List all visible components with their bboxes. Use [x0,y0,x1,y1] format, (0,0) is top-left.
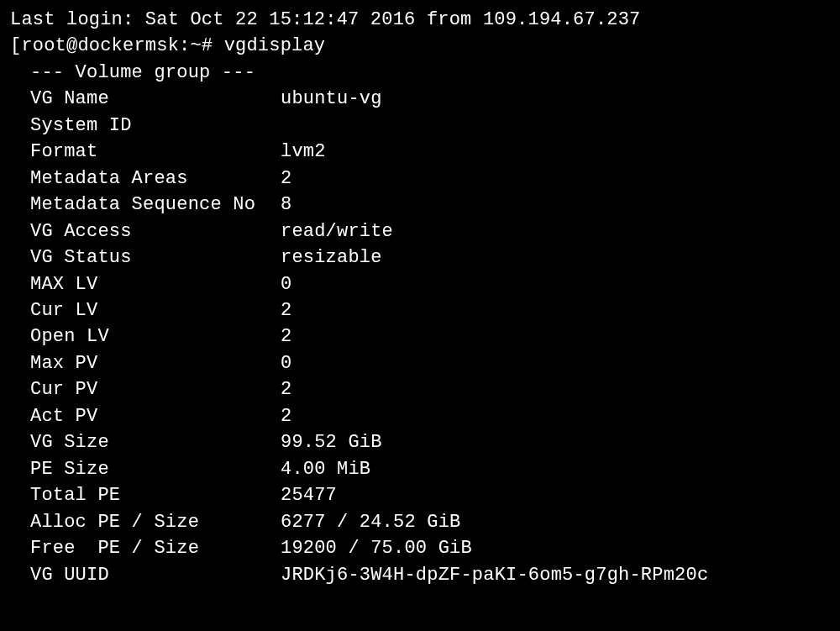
terminal-output[interactable]: Last login: Sat Oct 22 15:12:47 2016 fro… [10,7,830,588]
prompt-bracket: [ [10,35,21,56]
field-value: 6277 / 24.52 GiB [281,509,460,535]
field-label: Open LV [10,323,281,350]
field-value: 2 [281,403,291,429]
field-row: VG Size99.52 GiB [10,429,830,455]
field-row: Max PV0 [10,350,830,376]
field-row: MAX LV0 [10,271,830,297]
field-row: System ID [10,113,830,139]
prompt-user-host: root@dockermsk [21,35,179,56]
field-value: JRDKj6-3W4H-dpZF-paKI-6om5-g7gh-RPm20c [281,562,708,588]
field-value: 2 [281,376,291,402]
field-row: Total PE25477 [10,482,830,508]
field-row: Open LV2 [10,323,830,350]
login-banner: Last login: Sat Oct 22 15:12:47 2016 fro… [10,7,830,33]
field-label: MAX LV [10,271,281,297]
field-label: VG Access [10,218,281,245]
field-value: 4.00 MiB [281,456,370,482]
field-label: Cur PV [10,376,281,402]
field-row: Metadata Areas2 [10,166,830,192]
field-label: Act PV [10,403,281,429]
field-value: 2 [281,323,291,350]
field-label: Metadata Areas [10,166,281,192]
field-row: Act PV2 [10,403,830,429]
field-row: Cur PV2 [10,376,830,402]
field-row: Cur LV2 [10,297,830,323]
field-label: VG Status [10,245,281,271]
field-label: Format [10,139,281,165]
field-value: 2 [281,166,291,192]
field-value: lvm2 [281,139,326,165]
prompt-line: [root@dockermsk:~# vgdisplay [10,33,830,59]
field-row: VG Statusresizable [10,245,830,271]
field-value: 99.52 GiB [281,429,382,455]
field-label: Alloc PE / Size [10,509,281,535]
field-value: resizable [281,245,382,271]
field-label: Metadata Sequence No [10,192,281,218]
prompt-separator: :~# [179,35,224,56]
field-row: PE Size4.00 MiB [10,456,830,482]
field-label: Cur LV [10,297,281,323]
field-value: 0 [281,271,291,297]
field-value: 19200 / 75.00 GiB [281,535,472,561]
field-label: Max PV [10,350,281,376]
field-row: Formatlvm2 [10,139,830,165]
field-value: 25477 [281,482,337,508]
field-label: Total PE [10,482,281,508]
field-value: 0 [281,350,291,376]
field-label: VG UUID [10,562,281,588]
field-label: VG Size [10,429,281,455]
command: vgdisplay [224,35,326,56]
field-label: PE Size [10,456,281,482]
field-row: Metadata Sequence No8 [10,192,830,218]
field-row: VG UUIDJRDKj6-3W4H-dpZF-paKI-6om5-g7gh-R… [10,562,830,588]
field-row: Free PE / Size19200 / 75.00 GiB [10,535,830,561]
field-value: 2 [281,297,291,323]
field-label: Free PE / Size [10,535,281,561]
field-row: VG Accessread/write [10,218,830,245]
field-value: ubuntu-vg [281,86,382,112]
field-row: VG Nameubuntu-vg [10,86,830,112]
volume-group-header: --- Volume group --- [10,60,830,86]
field-value: read/write [281,218,393,245]
field-value: 8 [281,192,291,218]
field-row: Alloc PE / Size6277 / 24.52 GiB [10,509,830,535]
field-label: System ID [10,113,281,139]
field-label: VG Name [10,86,281,112]
